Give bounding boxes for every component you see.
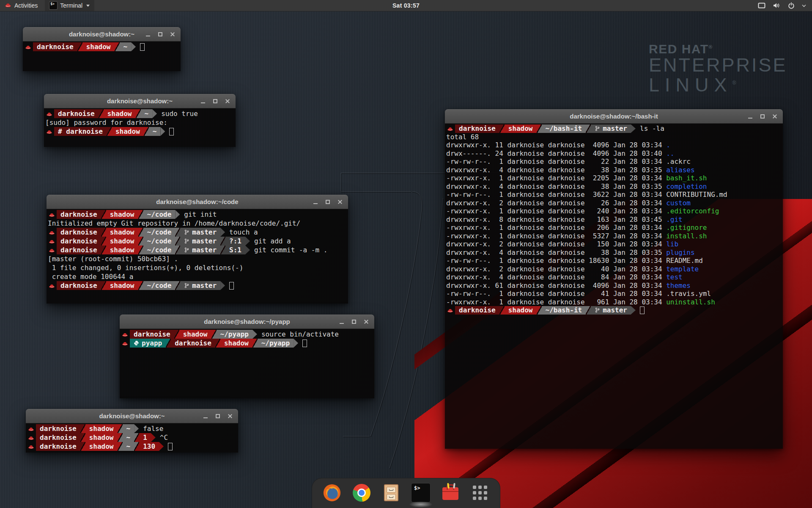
window-title: darknoise@shadow:~: [69, 30, 134, 38]
power-icon: [788, 2, 795, 9]
brand-line-2: ENTERPRISE: [649, 55, 787, 75]
close-button[interactable]: [223, 97, 232, 105]
minimize-button[interactable]: [746, 112, 754, 121]
terminal-output-line: total 68: [446, 133, 782, 141]
window-title: darknoise@shadow:~/bash-it: [570, 113, 658, 120]
terminal-content[interactable]: darknoiseshadow~sudo true[sudo] password…: [44, 108, 236, 147]
segment-separator: [101, 210, 106, 219]
minimize-button[interactable]: [337, 318, 346, 326]
redhat-icon: [25, 42, 31, 51]
prompt-segment: ~: [141, 109, 153, 118]
minimize-button[interactable]: [199, 97, 207, 105]
prompt-segment: ~/bash-it: [542, 124, 586, 133]
terminal-prompt-line: darknoiseshadow~/bash-itmaster: [446, 306, 782, 315]
maximize-button[interactable]: [214, 412, 222, 420]
prompt-segment: shadow: [106, 210, 138, 219]
command-text: ls -la: [640, 124, 664, 133]
activities-button[interactable]: Activities: [0, 0, 42, 11]
maximize-button[interactable]: [156, 30, 165, 39]
dock-item-app-grid[interactable]: [470, 483, 490, 502]
terminal-content[interactable]: darknoiseshadow~: [23, 41, 181, 71]
branch-icon: [184, 247, 189, 253]
maximize-button[interactable]: [211, 97, 219, 105]
terminal-prompt-line: pyappdarknoiseshadow~/pyapp: [121, 339, 373, 348]
segment-separator: [252, 339, 258, 348]
toolbox-icon: [442, 487, 458, 500]
file-entry: drwxrwxr-x. 61 darknoise darknoise 4096 …: [446, 282, 782, 290]
terminal-cursor: [640, 306, 645, 314]
dock-item-toolbox[interactable]: [441, 483, 460, 502]
segment-separator: [101, 246, 106, 254]
terminal-content[interactable]: darknoiseshadow~/bash-itmasterls -latota…: [445, 124, 783, 449]
segment-separator: [220, 246, 225, 254]
window-titlebar[interactable]: darknoise@shadow:~/bash-it: [445, 109, 783, 124]
terminal-content[interactable]: darknoiseshadow~falsedarknoiseshadow~1^C…: [26, 423, 238, 453]
dock-item-firefox[interactable]: [322, 483, 342, 502]
file-entry: drwxrwxr-x. 2 darknoise darknoise 40 Jan…: [446, 265, 782, 273]
prompt-segment: darknoise: [33, 42, 77, 51]
dock-item-terminal[interactable]: $>: [411, 483, 431, 502]
prompt-segment: 1: [139, 433, 151, 442]
terminal-prompt-line: darknoiseshadow~/bash-itmasterls -la: [446, 124, 782, 133]
window-titlebar[interactable]: darknoise@shadow:~/code: [47, 195, 348, 209]
file-manager-icon: [384, 484, 398, 501]
segment-separator: [175, 228, 180, 237]
terminal-window-exit-codes[interactable]: darknoise@shadow:~ darknoiseshadow~false…: [26, 409, 238, 453]
segment-separator: [101, 237, 106, 246]
segment-separator: [101, 281, 106, 290]
terminal-window-bash-it[interactable]: darknoise@shadow:~/bash-it darknoiseshad…: [445, 109, 783, 449]
top-bar: Activities $> Terminal Sat 03:57: [0, 0, 812, 11]
maximize-button[interactable]: [324, 198, 332, 206]
window-title: darknoise@shadow:~: [99, 412, 165, 420]
prompt-segment: ~/code: [143, 210, 176, 219]
close-button[interactable]: [362, 318, 370, 326]
clock[interactable]: Sat 03:57: [392, 2, 420, 9]
terminal-window-home-small[interactable]: darknoise@shadow:~ darknoiseshadow~: [23, 27, 181, 71]
file-entry: drwxrwxr-x. 4 darknoise darknoise 38 Jan…: [446, 166, 782, 174]
file-entry: drwxrwxr-x. 8 darknoise darknoise 163 Ja…: [446, 215, 782, 224]
prompt-segment: darknoise: [455, 124, 499, 133]
close-button[interactable]: [336, 198, 344, 206]
window-title: darknoise@shadow:~/pyapp: [204, 318, 290, 325]
close-button[interactable]: [168, 30, 177, 39]
prompt-segment: darknoise: [130, 330, 174, 339]
prompt-segment: darknoise: [54, 109, 99, 118]
prompt-segment: darknoise: [57, 281, 101, 290]
terminal-window-pyapp[interactable]: darknoise@shadow:~/pyapp darknoiseshadow…: [120, 315, 374, 398]
terminal-content[interactable]: darknoiseshadow~/pyappsource bin/activat…: [120, 329, 374, 398]
minimize-button[interactable]: [144, 30, 152, 39]
segment-separator: [134, 424, 139, 433]
minimize-button[interactable]: [201, 412, 210, 420]
prompt-segment: ~/code: [143, 246, 176, 254]
window-titlebar[interactable]: darknoise@shadow:~/pyapp: [120, 315, 374, 329]
file-entry: drwxrwxr-x. 4 darknoise darknoise 38 Jan…: [446, 182, 782, 191]
prompt-segment: 130: [139, 442, 159, 451]
prompt-segment: ~: [123, 424, 134, 433]
maximize-button[interactable]: [758, 112, 767, 121]
close-button[interactable]: [226, 412, 234, 420]
terminal-prompt-line: # darknoiseshadow~: [45, 127, 235, 136]
minimize-button[interactable]: [311, 198, 320, 206]
redhat-icon: [49, 246, 55, 254]
segment-separator: [175, 237, 180, 246]
segment-separator: [586, 124, 591, 133]
segment-separator: [175, 210, 180, 219]
dock-item-files[interactable]: [381, 483, 401, 502]
terminal-content[interactable]: darknoiseshadow~/codegit initInitialized…: [47, 209, 348, 304]
dock: $>: [312, 478, 500, 508]
app-menu-terminal[interactable]: $> Terminal: [45, 0, 94, 11]
window-titlebar[interactable]: darknoise@shadow:~: [23, 27, 181, 41]
close-button[interactable]: [771, 112, 779, 121]
prompt-segment: ~/pyapp: [258, 339, 294, 348]
window-titlebar[interactable]: darknoise@shadow:~: [26, 409, 238, 423]
terminal-icon: $>: [49, 2, 57, 9]
terminal-window-sudo[interactable]: darknoise@shadow:~ darknoiseshadow~sudo …: [44, 94, 236, 147]
segment-separator: [80, 424, 85, 433]
redhat-icon: [49, 228, 55, 237]
terminal-window-code[interactable]: darknoise@shadow:~/code darknoiseshadow~…: [47, 195, 348, 304]
dock-item-chrome[interactable]: [352, 483, 371, 502]
prompt-segment: master: [180, 237, 220, 246]
maximize-button[interactable]: [350, 318, 358, 326]
system-status-area[interactable]: [752, 0, 812, 11]
window-titlebar[interactable]: darknoise@shadow:~: [44, 94, 236, 108]
